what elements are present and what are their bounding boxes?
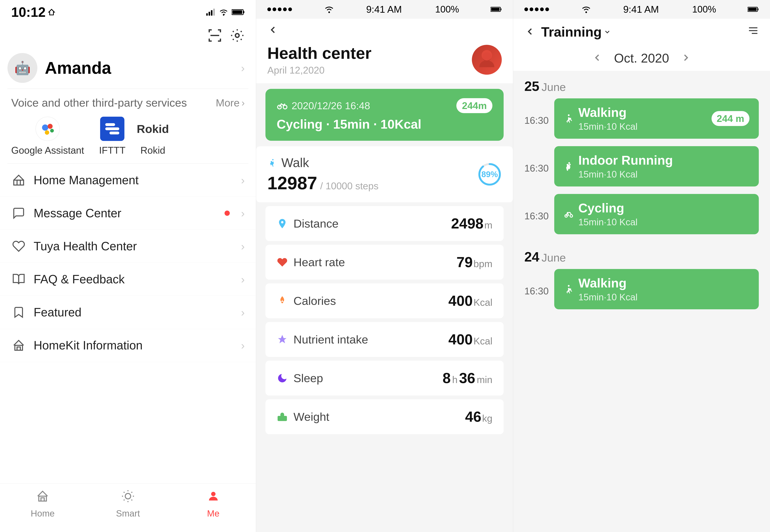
heart-rate-icon (277, 257, 288, 268)
walking-2-content: Walking 15min·10 Kcal (564, 276, 749, 303)
svg-point-12 (50, 129, 54, 133)
svg-rect-19 (39, 496, 46, 501)
back-button-training[interactable] (524, 26, 536, 38)
nav-smart[interactable]: Smart (86, 490, 170, 519)
service-google[interactable]: Google Assistant (11, 117, 84, 156)
prev-month-button[interactable] (592, 52, 603, 64)
walking-icon-1 (564, 113, 574, 124)
svg-rect-17 (14, 180, 24, 185)
time-1630-2: 16:30 (524, 163, 549, 174)
metric-calories-left: Calories (277, 294, 336, 307)
health-chevron-icon: › (241, 240, 245, 253)
menu-health[interactable]: Tuya Health Center › (0, 230, 256, 263)
activity-card[interactable]: 2020/12/26 16:48 244m Cycling · 15min · … (265, 89, 504, 141)
weight-value: 46 (465, 408, 482, 425)
bottom-nav: Home Smart Me (0, 483, 256, 532)
walking-2-name: Walking (578, 276, 638, 290)
activity-info: 2020/12/26 16:48 (277, 100, 370, 111)
nav-me[interactable]: Me (171, 490, 255, 519)
next-month-button[interactable] (680, 52, 692, 64)
svg-point-22 (328, 11, 330, 13)
nav-me-icon (207, 490, 220, 506)
walking-1-dist: 244 m (712, 111, 749, 126)
nutrient-icon (277, 334, 288, 345)
menu-health-label: Tuya Health Center (34, 239, 233, 253)
menu-faq-label: FAQ & Feedback (34, 272, 233, 286)
faq-icon (11, 272, 26, 287)
nutrient-label: Nutrient intake (293, 333, 368, 346)
back-button-health[interactable] (267, 24, 278, 36)
home-mgmt-chevron-icon: › (241, 174, 245, 187)
menu-faq[interactable]: FAQ & Feedback › (0, 263, 256, 296)
gear-icon (230, 28, 245, 43)
training-entry-cycling[interactable]: 16:30 Cycling 15min·10 Kcal (524, 194, 759, 238)
walk-label-row: Walk (267, 155, 378, 170)
homekit-chevron-icon: › (241, 339, 245, 352)
training-entry-walking-1[interactable]: 16:30 Walking 15min·10 Kcal (524, 98, 759, 142)
training-title-dropdown[interactable]: Trainning (541, 24, 611, 40)
menu-home-management[interactable]: Home Management › (0, 164, 256, 197)
training-title: Trainning (541, 24, 602, 40)
settings-button[interactable] (230, 28, 245, 44)
services-more-button[interactable]: More › (216, 97, 245, 109)
nav-home-label: Home (31, 508, 55, 519)
training-entry-walking-2[interactable]: 16:30 Walking 15min·10 Kcal (524, 269, 759, 313)
svg-rect-32 (277, 416, 287, 421)
service-ifttt[interactable]: IFTTT (99, 117, 125, 156)
month-nav: Oct. 2020 (513, 45, 770, 71)
walk-icon (267, 158, 277, 168)
training-item-walking-1: Walking 15min·10 Kcal 244 m (554, 98, 759, 139)
running-info: Indoor Running 15min·10 Kcal (578, 153, 673, 180)
heart-rate-value: 79 (457, 254, 473, 270)
heart-icon (11, 239, 26, 254)
menu-section: Home Management › Message Center › Tuya … (0, 164, 256, 483)
cycling-meta: 15min·10 Kcal (578, 217, 638, 228)
services-more-label: More (216, 97, 240, 109)
svg-point-10 (42, 125, 48, 131)
prev-month-icon (592, 52, 603, 63)
google-label: Google Assistant (11, 145, 84, 156)
weight-label: Weight (293, 410, 329, 423)
menu-message-label: Message Center (34, 206, 217, 220)
top-actions (0, 24, 256, 47)
svg-rect-36 (748, 8, 757, 11)
fire-icon (277, 295, 288, 307)
svg-marker-0 (49, 9, 54, 15)
svg-point-33 (585, 11, 587, 13)
metric-nutrient: Nutrient intake 400 Kcal (265, 322, 504, 357)
svg-point-11 (48, 124, 53, 129)
training-menu-button[interactable] (748, 25, 759, 39)
activity-label: Cycling · 15min · 10Kcal (277, 117, 493, 131)
wifi-icon (219, 8, 228, 16)
message-chevron-icon: › (241, 207, 245, 220)
time-1630-4: 16:30 (524, 285, 549, 297)
battery-icon-t (748, 6, 759, 13)
training-item-cycling: Cycling 15min·10 Kcal (554, 194, 759, 234)
menu-featured[interactable]: Featured › (0, 296, 256, 329)
nav-home-icon (36, 490, 49, 506)
day-24-number: 24 (524, 249, 539, 265)
day-25-number: 25 (524, 79, 539, 94)
nutrient-value: 400 (448, 331, 473, 348)
menu-message-center[interactable]: Message Center › (0, 197, 256, 230)
carrier-dots-t (524, 7, 549, 11)
health-title-block: Health center April 12,2020 (267, 44, 371, 76)
profile-name: Amanda (45, 58, 241, 78)
distance-value: 2498 (451, 215, 484, 232)
menu-homekit[interactable]: HomeKit Information › (0, 329, 256, 362)
metric-weight: Weight 46 kg (265, 399, 504, 434)
scan-button[interactable] (207, 28, 222, 44)
training-entry-indoor-running[interactable]: 16:30 Indoor Running 15min·10 Kcal (524, 146, 759, 190)
service-rokid[interactable]: Rokid Rokid (140, 117, 165, 156)
profile-section[interactable]: 🤖 Amanda › (0, 47, 256, 88)
services-header: Voice and other third-party services Mor… (11, 96, 245, 109)
nav-home[interactable]: Home (0, 490, 85, 519)
walk-percent: 89% (482, 170, 498, 179)
running-name: Indoor Running (578, 153, 673, 167)
svg-rect-15 (105, 127, 119, 130)
svg-point-9 (235, 34, 239, 37)
metric-heart-left: Heart rate (277, 256, 345, 269)
rokid-text: Rokid (137, 122, 169, 136)
weight-unit: kg (482, 413, 493, 424)
svg-point-43 (570, 214, 573, 217)
